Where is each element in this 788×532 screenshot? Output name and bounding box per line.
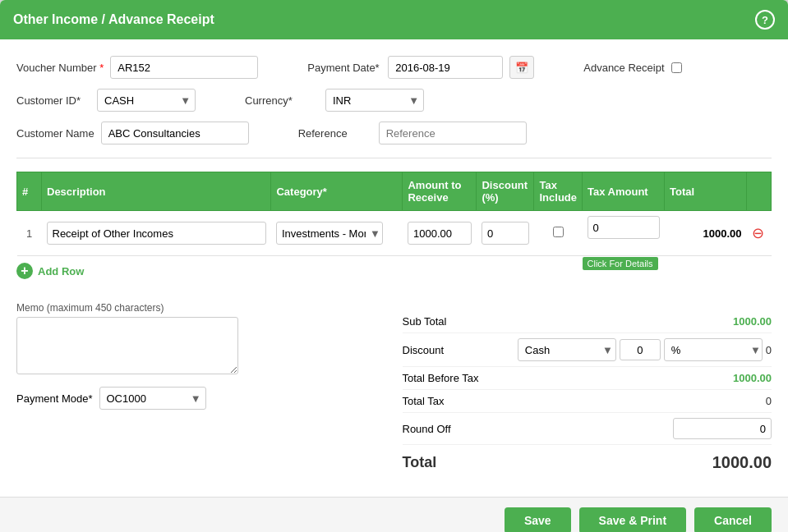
col-tax-amount: Tax Amount bbox=[583, 172, 665, 211]
payment-date-label: Payment Date* bbox=[307, 62, 381, 74]
footer: Save Save & Print Cancel bbox=[0, 497, 788, 532]
save-print-button[interactable]: Save & Print bbox=[579, 507, 686, 532]
table-row: 1 Investments - Mone... ▼ bbox=[17, 211, 772, 256]
payment-date-input[interactable] bbox=[388, 56, 503, 79]
plus-icon: + bbox=[16, 263, 33, 279]
customer-id-select[interactable]: CASH bbox=[97, 89, 196, 112]
total-tax-row: Total Tax 0 bbox=[403, 390, 772, 413]
save-button[interactable]: Save bbox=[505, 507, 571, 532]
sub-total-label: Sub Total bbox=[403, 315, 447, 328]
col-amount: Amount to Receive bbox=[403, 172, 477, 211]
total-before-tax-value: 1000.00 bbox=[733, 372, 772, 384]
currency-select[interactable]: INR bbox=[325, 89, 424, 112]
total-tax-value: 0 bbox=[766, 395, 772, 407]
total-before-tax-label: Total Before Tax bbox=[403, 372, 479, 384]
row-category-cell: Investments - Mone... ▼ bbox=[271, 211, 403, 256]
round-off-label: Round Off bbox=[403, 423, 451, 435]
round-off-input[interactable] bbox=[673, 418, 772, 439]
memo-label: Memo (maximum 450 characters) bbox=[16, 302, 386, 314]
reference-label: Reference bbox=[298, 127, 372, 140]
discount-percent-select[interactable]: % bbox=[664, 338, 763, 361]
discount-amount-input[interactable] bbox=[620, 339, 661, 360]
total-value: 1000.00 bbox=[712, 453, 772, 472]
sub-total-row: Sub Total 1000.00 bbox=[403, 310, 772, 333]
currency-label: Currency* bbox=[245, 94, 319, 107]
remove-row-button[interactable]: ⊖ bbox=[752, 224, 764, 242]
payment-mode-label: Payment Mode* bbox=[16, 392, 93, 405]
tax-include-checkbox[interactable] bbox=[553, 227, 564, 237]
col-tax-include: Tax Include bbox=[534, 172, 583, 211]
round-off-row: Round Off bbox=[403, 413, 772, 445]
cancel-button[interactable]: Cancel bbox=[694, 507, 772, 532]
advance-receipt-label: Advance Receipt bbox=[583, 62, 664, 74]
customer-name-label: Customer Name bbox=[16, 127, 94, 140]
add-row-label: Add Row bbox=[38, 265, 84, 277]
description-input[interactable] bbox=[47, 222, 266, 245]
row-amount-cell bbox=[403, 211, 477, 256]
reference-input[interactable] bbox=[379, 122, 527, 144]
amount-input[interactable] bbox=[408, 222, 472, 245]
total-tax-label: Total Tax bbox=[403, 395, 445, 407]
payment-mode-select[interactable]: OC1000 bbox=[99, 387, 206, 410]
add-row-button[interactable]: + Add Row bbox=[16, 256, 772, 286]
row-number: 1 bbox=[17, 211, 42, 256]
col-category: Category* bbox=[271, 172, 403, 211]
col-num: # bbox=[17, 172, 42, 211]
total-row: Total 1000.00 bbox=[403, 445, 772, 480]
discount-result-value: 0 bbox=[766, 344, 772, 356]
advance-receipt-checkbox[interactable] bbox=[671, 62, 682, 73]
help-button[interactable]: ? bbox=[755, 10, 775, 30]
total-before-tax-row: Total Before Tax 1000.00 bbox=[403, 367, 772, 390]
discount-row: Discount Cash ▼ % bbox=[403, 333, 772, 367]
row-description-cell bbox=[42, 211, 271, 256]
row-tax-amount-cell: Click For Details bbox=[583, 211, 665, 256]
voucher-number-label: Voucher Number * bbox=[16, 62, 104, 74]
window-title: Other Income / Advance Receipt bbox=[13, 12, 214, 27]
voucher-number-input[interactable] bbox=[110, 56, 258, 79]
category-select[interactable]: Investments - Mone... bbox=[276, 222, 383, 245]
customer-id-label: Customer ID* bbox=[16, 94, 90, 107]
calendar-icon[interactable]: 📅 bbox=[509, 56, 534, 79]
discount-label: Discount bbox=[403, 344, 445, 356]
row-tax-include-cell bbox=[534, 211, 583, 256]
discount-input[interactable] bbox=[482, 222, 529, 245]
col-discount: Discount (%) bbox=[477, 172, 534, 211]
sub-total-value: 1000.00 bbox=[733, 315, 772, 328]
total-label: Total bbox=[403, 454, 437, 471]
discount-type-select[interactable]: Cash bbox=[518, 338, 616, 361]
row-discount-cell bbox=[477, 211, 534, 256]
line-items-table: # Description Category* Amount to Receiv… bbox=[16, 172, 772, 256]
col-total: Total bbox=[665, 172, 747, 211]
memo-textarea[interactable] bbox=[16, 317, 238, 374]
tax-amount-input[interactable] bbox=[588, 216, 660, 239]
click-for-details-tooltip[interactable]: Click For Details bbox=[583, 257, 658, 270]
row-total-cell: 1000.00 bbox=[665, 211, 747, 256]
row-remove-cell: ⊖ bbox=[747, 211, 772, 256]
customer-name-input[interactable] bbox=[101, 122, 249, 144]
col-description: Description bbox=[42, 172, 271, 211]
